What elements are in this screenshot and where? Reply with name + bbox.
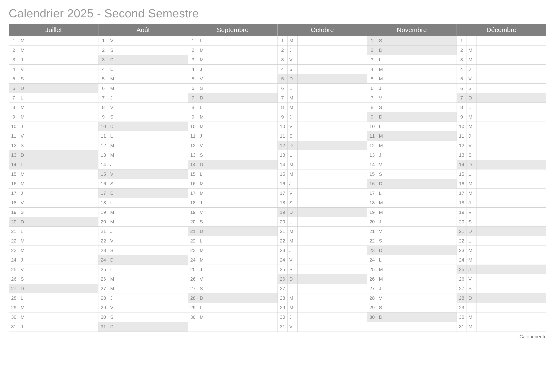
day-number: 25 — [278, 265, 288, 274]
day-note-space — [387, 122, 457, 131]
day-note-space — [29, 227, 98, 236]
day-row: 11J — [457, 131, 546, 141]
day-weekday: M — [198, 112, 208, 122]
day-row: 13L — [278, 150, 367, 160]
day-number: 13 — [278, 150, 288, 160]
day-number: 8 — [278, 103, 288, 112]
day-row: 4S — [278, 65, 367, 74]
day-note-space — [477, 122, 546, 131]
day-number: 19 — [367, 208, 377, 217]
day-row: 3J — [9, 55, 98, 65]
day-note-space — [29, 74, 98, 83]
day-note-space — [208, 74, 277, 83]
day-row: 11S — [278, 131, 367, 141]
day-weekday: V — [108, 103, 118, 112]
day-note-space — [477, 103, 546, 112]
day-note-space — [387, 84, 457, 93]
day-number: 19 — [278, 208, 288, 217]
day-weekday: S — [108, 112, 118, 122]
day-row: 4V — [9, 65, 98, 74]
day-weekday: J — [288, 312, 298, 322]
day-row: 30S — [98, 312, 188, 322]
day-note-space — [477, 284, 546, 293]
day-note-space — [208, 293, 277, 303]
calendar-grid: Juillet1M2M3J4V5S6D7L8M9M10J11V12S13D14L… — [9, 24, 546, 332]
day-note-space — [118, 189, 188, 198]
day-row: 24J — [9, 255, 98, 265]
day-weekday: M — [19, 246, 29, 255]
day-note-space — [387, 141, 457, 150]
day-row: 22M — [9, 236, 98, 246]
day-row: 14M — [278, 160, 367, 169]
day-number: 23 — [98, 246, 108, 255]
day-row: 19V — [188, 208, 277, 217]
day-number: 24 — [367, 255, 377, 265]
day-number: 15 — [98, 169, 108, 179]
day-number: 3 — [367, 55, 377, 64]
day-row: 10L — [367, 122, 457, 131]
day-note-space — [29, 112, 98, 122]
day-number: 7 — [278, 93, 288, 102]
day-note-space — [298, 122, 367, 131]
day-number: 9 — [278, 112, 288, 122]
day-number: 4 — [457, 65, 467, 74]
day-number: 14 — [457, 160, 467, 169]
day-row: 12V — [457, 141, 546, 150]
day-number: 6 — [188, 84, 198, 93]
month-column: Novembre1S2D3L4M5M6J7V8S9D10L11M12M13J14… — [367, 24, 457, 332]
day-row: 28V — [367, 293, 457, 303]
day-weekday: D — [19, 84, 29, 93]
day-note-space — [29, 93, 98, 102]
day-weekday: D — [108, 55, 118, 64]
day-number: 12 — [278, 141, 288, 150]
day-weekday: S — [377, 169, 387, 179]
day-number: 14 — [367, 160, 377, 169]
day-note-space — [208, 227, 277, 236]
day-row: 17L — [367, 189, 457, 198]
day-row: 13D — [9, 150, 98, 160]
day-note-space — [387, 246, 457, 255]
day-note-space — [208, 236, 277, 246]
day-note-space — [29, 236, 98, 246]
day-row: 4J — [188, 65, 277, 74]
day-row: 30D — [367, 312, 457, 322]
day-weekday: M — [198, 255, 208, 265]
day-weekday: L — [198, 103, 208, 112]
day-note-space — [29, 189, 98, 198]
day-number: 21 — [188, 227, 198, 236]
day-note-space — [208, 189, 277, 198]
day-weekday: V — [108, 303, 118, 312]
day-weekday: D — [377, 246, 387, 255]
day-weekday: S — [19, 208, 29, 217]
day-note-space — [387, 322, 457, 332]
day-note-space — [208, 217, 277, 226]
day-note-space — [29, 45, 98, 55]
day-number: 7 — [9, 93, 19, 102]
day-note-space — [29, 293, 98, 303]
day-row: 14J — [98, 160, 188, 169]
day-weekday: L — [198, 236, 208, 246]
day-weekday: M — [108, 74, 118, 83]
day-weekday: J — [467, 265, 477, 274]
day-row: 14D — [188, 160, 277, 169]
day-row: 18M — [367, 198, 457, 208]
day-note-space — [298, 312, 367, 322]
day-row: 1M — [278, 36, 367, 45]
day-note-space — [387, 227, 457, 236]
day-note-space — [118, 284, 188, 293]
day-row: 26V — [457, 274, 546, 284]
day-note-space — [477, 322, 546, 332]
day-number: 3 — [188, 55, 198, 64]
day-number: 5 — [367, 74, 377, 83]
day-number: 24 — [98, 255, 108, 265]
day-note-space — [387, 74, 457, 83]
day-weekday: V — [19, 265, 29, 274]
day-weekday: M — [19, 36, 29, 45]
day-note-space — [298, 74, 367, 83]
day-number: 23 — [9, 246, 19, 255]
day-row: 14V — [367, 160, 457, 169]
day-row: 31D — [98, 322, 188, 332]
day-note-space — [118, 36, 188, 45]
day-number: 19 — [457, 208, 467, 217]
day-weekday: L — [19, 160, 29, 169]
